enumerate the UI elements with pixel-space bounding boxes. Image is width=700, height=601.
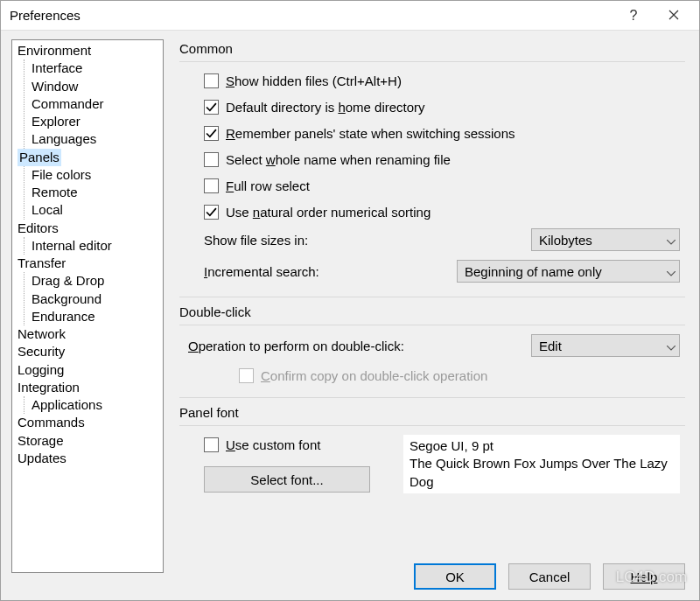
- label-dblclick-operation: Operation to perform on double-click:: [188, 339, 531, 353]
- label-incremental-search: Incremental search:: [204, 264, 431, 279]
- tree-item[interactable]: Environment: [16, 42, 160, 59]
- label-file-sizes: Show file sizes in:: [204, 233, 431, 248]
- close-icon: [668, 8, 679, 24]
- combo-incremental-search-value: Beginning of name only: [465, 264, 667, 279]
- row-dblclick-operation: Operation to perform on double-click: Ed…: [188, 334, 680, 357]
- tree-item[interactable]: Internal editor: [30, 237, 160, 255]
- titlebar: Preferences ?: [1, 1, 699, 31]
- tree-item[interactable]: Integration: [16, 379, 160, 396]
- tree-item[interactable]: Explorer: [30, 113, 160, 130]
- tree-item[interactable]: Window: [30, 78, 160, 95]
- tree-item[interactable]: Panels: [16, 149, 160, 166]
- window-title: Preferences: [10, 8, 613, 23]
- tree-item[interactable]: Updates: [16, 450, 160, 467]
- tree-item[interactable]: Local: [30, 201, 160, 219]
- font-sample-text: The Quick Brown Fox Jumps Over The Lazy …: [410, 455, 674, 491]
- cancel-button[interactable]: Cancel: [508, 563, 591, 590]
- group-panel-font-title: Panel font: [179, 405, 685, 420]
- checkbox-natural-sort[interactable]: Use natural order numerical sorting: [204, 202, 680, 221]
- chevron-down-icon: [667, 339, 676, 353]
- tree-item[interactable]: Languages: [30, 130, 160, 148]
- category-tree[interactable]: EnvironmentInterfaceWindowCommanderExplo…: [11, 39, 164, 573]
- checkbox-icon: [204, 126, 219, 141]
- tree-item[interactable]: Logging: [16, 361, 160, 379]
- combo-incremental-search[interactable]: Beginning of name only: [457, 260, 680, 283]
- tree-item[interactable]: File colors: [30, 166, 160, 184]
- content-area: EnvironmentInterfaceWindowCommanderExplo…: [1, 31, 699, 600]
- checkbox-select-whole-name[interactable]: Select whole name when renaming file: [204, 150, 680, 169]
- group-panel-font: Panel font Use custom font Select font..…: [179, 405, 685, 497]
- label-select-whole-name: Select whole name when renaming file: [226, 152, 451, 167]
- combo-file-sizes-value: Kilobytes: [539, 233, 667, 248]
- tree-item[interactable]: Drag & Drop: [30, 272, 160, 290]
- group-double-click-title: Double-click: [179, 304, 685, 319]
- font-sample-spec: Segoe UI, 9 pt: [410, 437, 674, 455]
- label-natural-sort: Use natural order numerical sorting: [226, 205, 430, 220]
- combo-dblclick-operation-value: Edit: [539, 339, 667, 353]
- group-common-title: Common: [179, 41, 685, 56]
- font-sample: Segoe UI, 9 pt The Quick Brown Fox Jumps…: [403, 435, 680, 493]
- row-incremental-search: Incremental search: Beginning of name on…: [204, 260, 680, 283]
- label-remember-panels: Remember panels' state when switching se…: [226, 126, 515, 141]
- chevron-down-icon: [667, 233, 676, 248]
- close-button[interactable]: [654, 3, 694, 29]
- checkbox-icon: [204, 100, 219, 115]
- checkbox-icon: [204, 152, 219, 167]
- checkbox-icon: [204, 73, 219, 88]
- preferences-dialog: Preferences ? EnvironmentInterfaceWindow…: [0, 0, 700, 601]
- select-font-button[interactable]: Select font...: [204, 466, 370, 493]
- help-button[interactable]: ?: [613, 3, 654, 29]
- checkbox-show-hidden[interactable]: Show hidden files (Ctrl+Alt+H): [204, 71, 680, 90]
- label-use-custom-font: Use custom font: [226, 437, 320, 452]
- tree-item[interactable]: Remote: [30, 184, 160, 201]
- tree-item[interactable]: Network: [16, 325, 160, 343]
- checkbox-icon: [204, 178, 219, 193]
- help-button-footer[interactable]: Help: [603, 563, 685, 590]
- tree-item[interactable]: Interface: [30, 59, 160, 77]
- tree-item[interactable]: Transfer: [16, 255, 160, 272]
- group-common: Common Show hidden files (Ctrl+Alt+H) De…: [179, 41, 685, 297]
- tree-item[interactable]: Editors: [16, 220, 160, 237]
- settings-panel: Common Show hidden files (Ctrl+Alt+H) De…: [179, 39, 689, 600]
- label-full-row-select: Full row select: [226, 178, 310, 193]
- tree-item[interactable]: Storage: [16, 432, 160, 450]
- checkbox-icon: [204, 437, 219, 452]
- label-confirm-copy: Confirm copy on double-click operation: [261, 368, 487, 383]
- combo-dblclick-operation[interactable]: Edit: [531, 334, 680, 357]
- tree-item[interactable]: Endurance: [30, 308, 160, 325]
- checkbox-icon: [239, 368, 254, 383]
- help-icon: ?: [630, 8, 638, 24]
- tree-item[interactable]: Background: [30, 290, 160, 308]
- checkbox-full-row-select[interactable]: Full row select: [204, 176, 680, 195]
- tree-item[interactable]: Security: [16, 343, 160, 360]
- group-double-click: Double-click Operation to perform on dou…: [179, 304, 685, 398]
- dialog-buttons: OK Cancel Help: [414, 563, 685, 590]
- label-show-hidden: Show hidden files (Ctrl+Alt+H): [226, 73, 402, 88]
- ok-button[interactable]: OK: [414, 563, 496, 590]
- checkbox-confirm-copy: Confirm copy on double-click operation: [239, 366, 680, 385]
- row-file-sizes: Show file sizes in: Kilobytes: [204, 228, 680, 251]
- tree-item[interactable]: Applications: [30, 396, 160, 414]
- tree-item[interactable]: Commands: [16, 414, 160, 431]
- label-default-dir: Default directory is home directory: [226, 100, 425, 115]
- checkbox-icon: [204, 205, 219, 220]
- checkbox-default-dir[interactable]: Default directory is home directory: [204, 97, 680, 116]
- checkbox-use-custom-font[interactable]: Use custom font: [204, 435, 388, 454]
- checkbox-remember-panels[interactable]: Remember panels' state when switching se…: [204, 123, 680, 143]
- combo-file-sizes[interactable]: Kilobytes: [531, 228, 680, 251]
- chevron-down-icon: [667, 264, 676, 279]
- tree-item[interactable]: Commander: [30, 95, 160, 113]
